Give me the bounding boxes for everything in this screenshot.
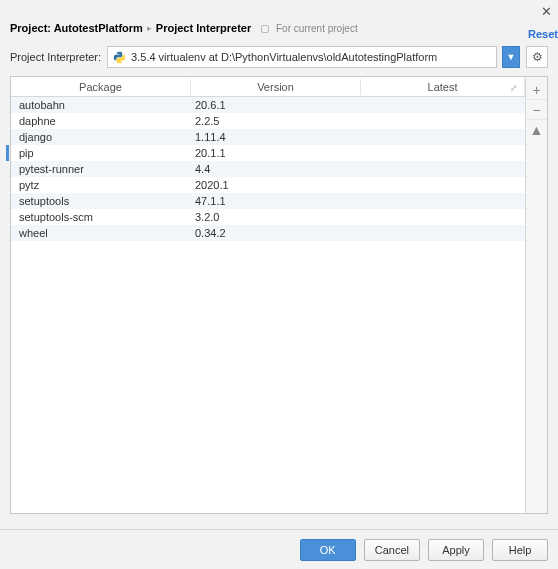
package-version: 3.2.0	[191, 211, 361, 223]
package-version: 2020.1	[191, 179, 361, 191]
remove-package-button[interactable]: −	[527, 100, 547, 120]
ok-button[interactable]: OK	[300, 539, 356, 561]
interpreter-label: Project Interpreter:	[10, 51, 101, 63]
for-current-project-label: For current project	[261, 23, 357, 34]
package-version: 20.6.1	[191, 99, 361, 111]
arrow-up-icon: ▲	[530, 122, 544, 138]
interpreter-value: 3.5.4 virtualenv at D:\PythonVirtualenvs…	[131, 51, 492, 63]
package-name: pip	[11, 147, 191, 159]
settings-button[interactable]: ⚙	[526, 46, 548, 68]
sort-arrow-icon: ⤢	[510, 83, 518, 93]
table-row[interactable]: wheel0.34.2	[11, 225, 525, 241]
breadcrumb-current: Project Interpreter	[156, 22, 251, 34]
apply-button[interactable]: Apply	[428, 539, 484, 561]
package-version: 0.34.2	[191, 227, 361, 239]
package-version: 1.11.4	[191, 131, 361, 143]
project-label: Project:	[10, 22, 51, 34]
table-row[interactable]: django1.11.4	[11, 129, 525, 145]
project-name: AutotestPlatform	[54, 22, 143, 34]
table-row[interactable]: pip20.1.1	[11, 145, 525, 161]
selection-indicator	[6, 145, 9, 161]
package-name: pytz	[11, 179, 191, 191]
interpreter-dropdown-button[interactable]: ▼	[502, 46, 520, 68]
package-name: pytest-runner	[11, 163, 191, 175]
table-row[interactable]: pytz2020.1	[11, 177, 525, 193]
scope-icon	[261, 25, 269, 33]
help-button[interactable]: Help	[492, 539, 548, 561]
table-row[interactable]: setuptools47.1.1	[11, 193, 525, 209]
interpreter-select[interactable]: 3.5.4 virtualenv at D:\PythonVirtualenvs…	[107, 46, 497, 68]
plus-icon: +	[532, 82, 540, 98]
table-row[interactable]: setuptools-scm3.2.0	[11, 209, 525, 225]
column-header-package[interactable]: Package	[11, 79, 191, 95]
add-package-button[interactable]: +	[527, 80, 547, 100]
chevron-right-icon: ▸	[147, 23, 152, 33]
packages-table: Package Version Latest ⤢ autobahn20.6.1d…	[11, 77, 525, 513]
column-header-version[interactable]: Version	[191, 79, 361, 95]
minus-icon: −	[532, 102, 540, 118]
package-version: 2.2.5	[191, 115, 361, 127]
package-version: 47.1.1	[191, 195, 361, 207]
package-name: setuptools	[11, 195, 191, 207]
package-name: setuptools-scm	[11, 211, 191, 223]
column-header-latest[interactable]: Latest ⤢	[361, 79, 525, 95]
reset-link[interactable]: Reset	[528, 28, 558, 40]
table-row[interactable]: autobahn20.6.1	[11, 97, 525, 113]
breadcrumb: Project: AutotestPlatform ▸ Project Inte…	[0, 18, 558, 40]
package-version: 20.1.1	[191, 147, 361, 159]
package-name: wheel	[11, 227, 191, 239]
gear-icon: ⚙	[532, 50, 543, 64]
package-name: autobahn	[11, 99, 191, 111]
chevron-down-icon: ▼	[507, 52, 516, 62]
python-icon	[112, 50, 126, 64]
cancel-button[interactable]: Cancel	[364, 539, 420, 561]
upgrade-package-button[interactable]: ▲	[527, 120, 547, 140]
package-name: django	[11, 131, 191, 143]
close-icon[interactable]: ✕	[541, 5, 552, 18]
table-row[interactable]: pytest-runner4.4	[11, 161, 525, 177]
package-version: 4.4	[191, 163, 361, 175]
package-name: daphne	[11, 115, 191, 127]
table-row[interactable]: daphne2.2.5	[11, 113, 525, 129]
